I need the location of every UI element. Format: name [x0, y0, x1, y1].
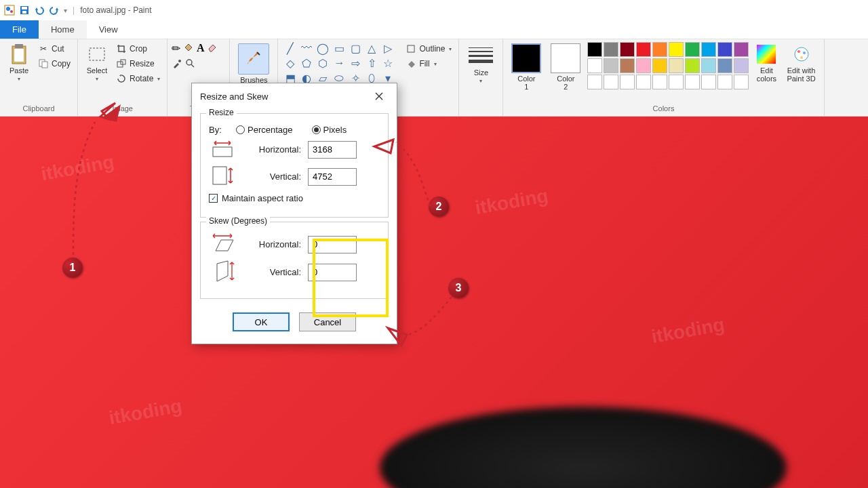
eraser-icon[interactable] [207, 42, 218, 56]
outline-button[interactable]: Outline▾ [404, 42, 453, 56]
palette-swatch[interactable] [701, 75, 716, 89]
copy-icon [38, 58, 49, 69]
bucket-icon[interactable] [183, 42, 194, 56]
resize-fieldset: Resize By: Percentage Pixels Horizontal:… [200, 113, 389, 218]
pencil-icon[interactable]: ✏ [172, 42, 180, 55]
paint3d-button[interactable]: Edit with Paint 3D [784, 42, 818, 84]
palette-swatch[interactable] [636, 75, 651, 89]
size-icon [467, 43, 494, 67]
edit-colors-button[interactable]: Edit colors [753, 42, 780, 84]
skew-vertical-icon [209, 260, 236, 285]
tab-view[interactable]: View [87, 20, 130, 39]
svg-rect-7 [15, 44, 23, 48]
svg-point-2 [10, 10, 13, 13]
rotate-button[interactable]: Rotate▾ [115, 72, 161, 85]
ok-button[interactable]: OK [233, 312, 290, 331]
text-icon[interactable]: A [197, 42, 205, 54]
select-icon [86, 43, 108, 65]
palette-swatch[interactable] [734, 75, 749, 89]
size-button[interactable]: Size ▾ [465, 42, 497, 85]
redo-icon[interactable] [49, 5, 60, 16]
svg-point-14 [178, 60, 181, 62]
crop-icon [116, 43, 127, 54]
palette-swatch[interactable] [620, 42, 635, 57]
save-icon[interactable] [19, 5, 30, 16]
picker-icon[interactable] [172, 58, 182, 72]
resize-button[interactable]: Resize [115, 57, 161, 70]
crop-button[interactable]: Crop [115, 42, 161, 56]
palette-swatch[interactable] [652, 58, 667, 73]
palette-swatch[interactable] [734, 42, 749, 57]
skew-horizontal-input[interactable] [308, 236, 357, 253]
svg-point-21 [800, 56, 803, 59]
dialog-title: Resize and Skew [200, 92, 268, 102]
palette-swatch[interactable] [685, 42, 700, 57]
annotation-callout-3: 3 [448, 278, 469, 298]
svg-point-20 [803, 52, 806, 54]
palette-swatch[interactable] [669, 75, 684, 89]
palette-swatch[interactable] [685, 58, 700, 73]
svg-point-1 [6, 7, 10, 11]
brush-icon [243, 48, 264, 70]
color1-button[interactable]: Color 1 [509, 42, 544, 92]
palette-swatch[interactable] [717, 75, 732, 89]
tab-file[interactable]: File [0, 20, 39, 39]
zoom-icon[interactable] [185, 58, 196, 72]
palette-swatch[interactable] [669, 42, 684, 57]
palette-swatch[interactable] [734, 58, 749, 73]
palette-swatch[interactable] [652, 42, 667, 57]
aspect-checkbox[interactable]: ✓ [209, 194, 218, 203]
skew-vertical-input[interactable] [308, 264, 357, 281]
palette-swatch[interactable] [604, 75, 618, 89]
palette-swatch[interactable] [652, 75, 667, 89]
palette-swatch[interactable] [587, 75, 602, 89]
select-button[interactable]: Select ▾ [83, 42, 111, 83]
radio-pixels[interactable]: Pixels [312, 125, 347, 135]
annotation-callout-2: 2 [429, 197, 449, 217]
svg-rect-22 [213, 147, 232, 157]
cut-button[interactable]: ✂Cut [37, 42, 72, 56]
shapes-gallery[interactable]: ╱〰◯▭▢△▷ ◇⬠⬡→⇨⇧☆ ⬒◐▱⬭✧⬯▾ [283, 42, 396, 85]
resize-horizontal-input[interactable] [308, 141, 357, 159]
copy-button[interactable]: Copy [37, 57, 72, 70]
color1-swatch [511, 43, 541, 73]
radio-percentage[interactable]: Percentage [236, 125, 293, 135]
palette-swatch[interactable] [587, 42, 602, 57]
undo-icon[interactable] [34, 5, 45, 16]
palette-swatch[interactable] [587, 58, 602, 73]
skew-horizontal-icon [209, 233, 236, 256]
color-palette[interactable] [587, 42, 749, 89]
svg-rect-16 [408, 45, 414, 52]
group-image: Select ▾ Crop Resize Rotate▾ Image [78, 39, 167, 116]
dialog-close-button[interactable] [370, 89, 389, 104]
palette-swatch[interactable] [717, 42, 732, 57]
group-clipboard: Paste ▾ ✂Cut Copy Clipboard [0, 39, 78, 116]
paint3d-icon [791, 43, 812, 65]
svg-rect-5 [22, 11, 26, 14]
group-colors: Color 1 Color 2 Edit colors Edit with Pa… [503, 39, 824, 116]
fill-button[interactable]: Fill▾ [404, 57, 453, 70]
palette-swatch[interactable] [636, 58, 651, 73]
brushes-button[interactable]: Brushes [235, 42, 272, 85]
canvas[interactable]: itkoding itkoding itkoding itkoding itko… [0, 117, 868, 488]
resize-vertical-input[interactable] [308, 168, 357, 186]
palette-swatch[interactable] [604, 58, 618, 73]
svg-rect-4 [22, 7, 27, 9]
title-bar: ▾ | foto awal.jpg - Paint [0, 0, 868, 20]
palette-swatch[interactable] [685, 75, 700, 89]
palette-swatch[interactable] [636, 42, 651, 57]
palette-swatch[interactable] [701, 42, 716, 57]
skew-fieldset: Skew (Degrees) Horizontal: Vertical: [200, 222, 389, 299]
tab-home[interactable]: Home [39, 20, 87, 39]
paste-button[interactable]: Paste ▾ [5, 42, 33, 83]
palette-swatch[interactable] [717, 58, 732, 73]
palette-swatch[interactable] [604, 42, 618, 57]
app-icon [4, 5, 15, 16]
color2-button[interactable]: Color 2 [548, 42, 583, 92]
palette-swatch[interactable] [620, 58, 635, 73]
cancel-button[interactable]: Cancel [299, 312, 356, 331]
palette-swatch[interactable] [701, 58, 716, 73]
palette-swatch[interactable] [620, 75, 635, 89]
palette-swatch[interactable] [669, 58, 684, 73]
ribbon: Paste ▾ ✂Cut Copy Clipboard Select ▾ Cro… [0, 39, 868, 117]
